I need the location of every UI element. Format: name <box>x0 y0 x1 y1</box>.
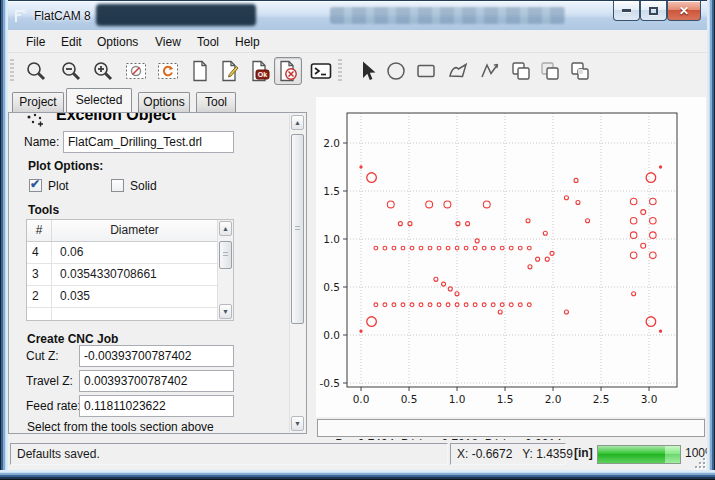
background-window-bleed-2 <box>330 7 565 24</box>
zoom-in-button[interactable] <box>89 57 117 85</box>
menu-item-options[interactable]: Options <box>91 32 144 52</box>
menu-item-file[interactable]: File <box>20 32 51 52</box>
intersect-button[interactable] <box>566 57 594 85</box>
tools-table-scrollbar[interactable]: ▲ ▼ <box>217 220 233 320</box>
edit-file-button[interactable] <box>216 57 244 85</box>
drill-marker <box>360 166 362 168</box>
table-row[interactable]: 30.0354330708661 <box>27 264 217 286</box>
travelz-input[interactable] <box>79 370 234 392</box>
scroll-down-icon[interactable]: ▼ <box>291 416 304 431</box>
tools-table: # Diameter 40.0630.035433070866120.035 ▲… <box>26 219 234 321</box>
feedrate-input[interactable] <box>79 395 234 417</box>
tool-number-cell <box>27 308 52 321</box>
subtract-button[interactable] <box>536 57 564 85</box>
panel-scrollbar[interactable]: ▲ ▼ <box>289 114 305 432</box>
tool-diameter-cell[interactable]: 0.06 <box>52 242 217 263</box>
diameter-header[interactable]: Diameter <box>52 220 217 241</box>
shell-button[interactable] <box>307 57 335 85</box>
solid-checkbox[interactable] <box>111 179 124 192</box>
drill-marker <box>659 166 661 168</box>
y-tick-label: 1.5 <box>323 185 340 197</box>
scroll-up-icon[interactable]: ▲ <box>291 115 304 130</box>
x-tick-label: 0.5 <box>401 393 418 405</box>
zoom-fit-button[interactable] <box>22 57 50 85</box>
scrollbar-thumb[interactable] <box>291 134 304 324</box>
window-title: FlatCAM 8 <box>34 9 91 23</box>
draw-polyline-icon <box>478 59 502 83</box>
plot-checkbox[interactable]: ✔ <box>29 179 42 192</box>
menu-item-help[interactable]: Help <box>229 32 266 52</box>
tab-project[interactable]: Project <box>12 92 64 112</box>
union-button[interactable] <box>507 57 535 85</box>
save-ok-button[interactable]: Ok <box>246 57 274 85</box>
table-row[interactable]: 20.035 <box>27 286 217 308</box>
tab-options[interactable]: Options <box>138 92 190 112</box>
minimize-button[interactable] <box>613 1 640 21</box>
minimize-icon <box>622 9 631 12</box>
tool-number-cell[interactable]: 4 <box>27 242 52 263</box>
toolbar-drag-handle-2[interactable] <box>338 59 342 83</box>
table-row-partial[interactable] <box>27 308 217 321</box>
x-tick-label: 2.5 <box>593 393 610 405</box>
edit-file-icon <box>218 59 242 83</box>
delete-object-button[interactable] <box>274 57 302 85</box>
intersect-icon <box>568 59 592 83</box>
plot-checkbox-label[interactable]: Plot <box>48 179 69 193</box>
menu-item-edit[interactable]: Edit <box>55 32 88 52</box>
panel-title-clipped: Excellon Object <box>56 113 256 128</box>
tool-number-cell[interactable]: 3 <box>27 264 52 285</box>
excellon-object-icon <box>25 112 47 131</box>
tab-tool[interactable]: Tool <box>196 92 236 112</box>
window-border-left[interactable] <box>0 0 8 480</box>
menu-item-view[interactable]: View <box>149 32 187 52</box>
pointer-button[interactable] <box>354 57 382 85</box>
window-border-bottom[interactable] <box>0 470 715 480</box>
solid-checkbox-label[interactable]: Solid <box>130 179 157 193</box>
panel-title: Excellon Object <box>56 113 256 124</box>
x-tick-label: 1.0 <box>449 393 466 405</box>
draw-polygon-button[interactable] <box>444 57 472 85</box>
draw-rectangle-button[interactable] <box>412 57 440 85</box>
menu-item-tool[interactable]: Tool <box>191 32 225 52</box>
shell-icon <box>309 59 333 83</box>
clear-plot-button[interactable] <box>154 57 182 85</box>
travelz-label: Travel Z: <box>26 374 73 388</box>
table-row[interactable]: 40.06 <box>27 242 217 264</box>
name-label: Name: <box>24 135 59 149</box>
x-tick-label: 3.0 <box>641 393 658 405</box>
status-message: Defaults saved. <box>10 443 448 465</box>
new-file-button[interactable] <box>186 57 214 85</box>
tool-diameter-cell[interactable]: 0.0354330708661 <box>52 264 217 285</box>
plot-canvas[interactable]: 0.00.51.01.52.02.53.0-0.50.00.51.01.52.0 <box>316 97 706 417</box>
draw-polygon-icon <box>446 59 470 83</box>
tool-number-header[interactable]: # <box>27 220 52 241</box>
tool-diameter-cell[interactable]: 0.035 <box>52 286 217 307</box>
maximize-button[interactable] <box>640 1 667 21</box>
zoom-out-button[interactable] <box>57 57 85 85</box>
scroll-up-icon[interactable]: ▲ <box>219 221 232 236</box>
progress-fill <box>598 446 680 463</box>
pointer-icon <box>356 59 380 83</box>
draw-circle-button[interactable] <box>382 57 410 85</box>
tab-selected[interactable]: Selected <box>66 88 132 112</box>
scroll-down-icon[interactable]: ▼ <box>219 304 232 319</box>
new-file-icon <box>188 59 212 83</box>
name-input[interactable] <box>63 131 234 153</box>
toolbar-drag-handle[interactable] <box>10 59 14 83</box>
replot-button[interactable] <box>122 57 150 85</box>
zoom-fit-icon <box>24 59 48 83</box>
scrollbar-thumb[interactable] <box>219 241 232 269</box>
cutz-input[interactable] <box>79 345 234 367</box>
close-icon: ✕ <box>679 4 689 18</box>
replot-icon <box>124 59 148 83</box>
window-border-right[interactable] <box>707 0 715 480</box>
background-window-bleed <box>96 4 256 26</box>
draw-polyline-button[interactable] <box>476 57 504 85</box>
x-tick-label: 1.5 <box>497 393 514 405</box>
union-icon <box>509 59 533 83</box>
clear-plot-icon <box>156 59 180 83</box>
tool-number-cell[interactable]: 2 <box>27 286 52 307</box>
resize-grip[interactable] <box>693 456 705 468</box>
title-bar[interactable]: FlatCAM 8 ✕ <box>0 0 715 30</box>
close-button[interactable]: ✕ <box>667 1 701 21</box>
